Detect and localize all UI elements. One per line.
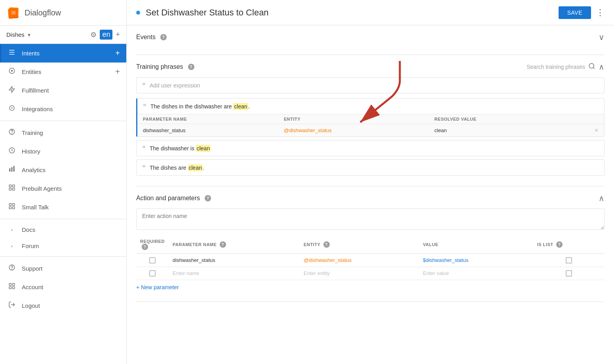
integrations-icon	[8, 104, 16, 114]
sidebar-item-forum[interactable]: › Forum	[0, 238, 126, 254]
sidebar-item-history[interactable]: History	[0, 142, 126, 161]
phrase-row-3[interactable]: ❝ The dishes are clean.	[136, 159, 604, 176]
svg-rect-24	[13, 207, 15, 209]
islist-cell-1[interactable]	[533, 254, 604, 267]
sidebar-item-analytics[interactable]: Analytics	[0, 161, 126, 179]
sidebar-item-integrations[interactable]: Integrations	[0, 100, 126, 118]
language-badge[interactable]: en	[100, 30, 112, 40]
entity-help-icon[interactable]: ?	[323, 241, 330, 248]
islist-checkbox-2[interactable]	[566, 270, 572, 277]
islist-cell-2[interactable]	[533, 267, 604, 280]
param-name-cell-1: dishwasher_status	[169, 254, 300, 267]
param-value-cell-2[interactable]: Enter value	[419, 267, 533, 280]
new-parameter-button[interactable]: + New parameter	[136, 280, 179, 294]
settings-icon[interactable]: ⚙	[90, 30, 97, 39]
param-name-cell: dishwasher_status	[137, 124, 278, 137]
phrase-highlight-1: clean	[233, 103, 248, 110]
col-value: VALUE	[419, 236, 533, 254]
svg-point-10	[11, 108, 13, 109]
sidebar-item-entities[interactable]: Entities +	[0, 63, 126, 81]
param-close-cell[interactable]: ✕	[565, 124, 604, 137]
action-help-icon[interactable]: ?	[205, 195, 211, 201]
svg-marker-3	[11, 11, 16, 15]
required-cell-1[interactable]	[136, 254, 169, 267]
param-row-1: dishwasher_status @dishwasher_status cle…	[137, 124, 604, 137]
phrase-quote-3: ❝	[142, 164, 146, 171]
logout-icon	[8, 301, 16, 310]
search-icon[interactable]	[588, 63, 595, 72]
islist-checkbox-1[interactable]	[566, 257, 572, 264]
dropdown-icon[interactable]: ▾	[28, 32, 30, 38]
dialogflow-logo-icon	[6, 6, 21, 20]
intents-icon	[8, 49, 16, 58]
search-area: Search training phrases ∧	[527, 62, 604, 72]
sidebar-item-fulfillment[interactable]: Fulfillment	[0, 81, 126, 100]
svg-rect-22	[13, 203, 15, 205]
main-content: Set Dishwasher Status to Clean SAVE ⋮ Ev…	[127, 0, 614, 364]
smalltalk-icon	[8, 203, 16, 212]
svg-rect-19	[9, 188, 11, 190]
action-name-input[interactable]	[136, 209, 604, 230]
sidebar-item-smalltalk[interactable]: Small Talk	[0, 198, 126, 216]
sidebar-item-account[interactable]: Account	[0, 278, 126, 296]
phrase-row-2[interactable]: ❝ The dishwasher is clean	[136, 140, 604, 156]
events-collapse-icon[interactable]: ∨	[599, 32, 604, 42]
add-expression-input[interactable]: ❝ Add user expression	[136, 77, 604, 93]
add-intent-icon[interactable]: +	[115, 49, 120, 58]
sidebar-item-label-integrations: Integrations	[22, 106, 53, 112]
sidebar-item-logout[interactable]: Logout	[0, 296, 126, 315]
topbar: Set Dishwasher Status to Clean SAVE ⋮	[127, 0, 614, 25]
sidebar-item-label-entities: Entities	[22, 68, 41, 75]
param-entity-cell-2[interactable]: Enter entity	[300, 267, 419, 280]
phrase-highlight-3: clean	[188, 164, 203, 171]
add-language-icon[interactable]: +	[116, 30, 120, 39]
param-value-cell-1: $dishwasher_status	[419, 254, 533, 267]
history-icon	[8, 147, 16, 156]
sidebar-item-prebuilt[interactable]: Prebuilt Agents	[0, 179, 126, 198]
col-islist: IS LIST ?	[533, 236, 604, 254]
sidebar-item-label-fulfillment: Fulfillment	[22, 87, 49, 94]
sidebar-item-label-account: Account	[22, 284, 43, 290]
phrase-text-3: ❝ The dishes are clean.	[137, 160, 604, 175]
phrase-content-2: The dishwasher is clean	[150, 145, 211, 152]
required-checkbox-2[interactable]	[149, 270, 156, 277]
phrase-text-2: ❝ The dishwasher is clean	[137, 140, 604, 156]
required-help-icon[interactable]: ?	[142, 244, 148, 250]
required-cell-2[interactable]	[136, 267, 169, 280]
search-label: Search training phrases	[527, 64, 585, 70]
sidebar-item-training[interactable]: Training	[0, 123, 126, 142]
required-checkbox-1[interactable]	[149, 257, 156, 264]
sidebar-item-support[interactable]: Support	[0, 259, 126, 278]
more-options-icon[interactable]: ⋮	[596, 8, 604, 18]
sidebar-item-docs[interactable]: › Docs	[0, 222, 126, 238]
phrase-highlight-2: clean	[196, 145, 211, 152]
param-name-help-icon[interactable]: ?	[220, 241, 226, 248]
sidebar-item-label-support: Support	[22, 265, 43, 272]
intent-title: Set Dishwasher Status to Clean	[146, 8, 559, 18]
phrase-row-1[interactable]: ❝ The dishes in the dishwasher are clean…	[136, 98, 604, 137]
param-header-resolved: RESOLVED VALUE	[429, 114, 565, 124]
phrase-content-1: The dishes in the dishwasher are clean.	[150, 103, 250, 110]
fulfillment-icon	[8, 86, 16, 95]
training-help-icon[interactable]: ?	[188, 64, 194, 70]
svg-rect-14	[9, 169, 10, 172]
params-table-header: REQUIRED ? PARAMETER NAME ? ENTITY ? VAL…	[136, 236, 604, 254]
app-name: Dialogflow	[25, 8, 61, 17]
save-button[interactable]: SAVE	[559, 6, 591, 19]
action-collapse-icon[interactable]: ∧	[599, 193, 604, 203]
svg-rect-4	[9, 50, 15, 51]
project-name: Dishes	[6, 31, 25, 38]
project-header: Dishes ▾ ⚙ en +	[0, 26, 126, 44]
svg-rect-29	[9, 287, 11, 289]
training-phrases-title: Training phrases ?	[136, 63, 194, 70]
training-phrases-collapse-icon[interactable]: ∧	[599, 62, 604, 72]
islist-help-icon[interactable]: ?	[556, 241, 563, 248]
sidebar: Dialogflow Dishes ▾ ⚙ en + Intents + Ent…	[0, 0, 127, 364]
action-parameters-section: Action and parameters ? ∧ REQUIRED ?	[136, 186, 604, 302]
svg-rect-17	[9, 185, 11, 187]
add-entity-icon[interactable]: +	[115, 67, 120, 76]
events-help-icon[interactable]: ?	[160, 34, 167, 40]
param-close-btn[interactable]: ✕	[594, 127, 599, 133]
param-name-cell-2[interactable]: Enter name	[169, 267, 300, 280]
sidebar-item-intents[interactable]: Intents +	[0, 44, 126, 63]
